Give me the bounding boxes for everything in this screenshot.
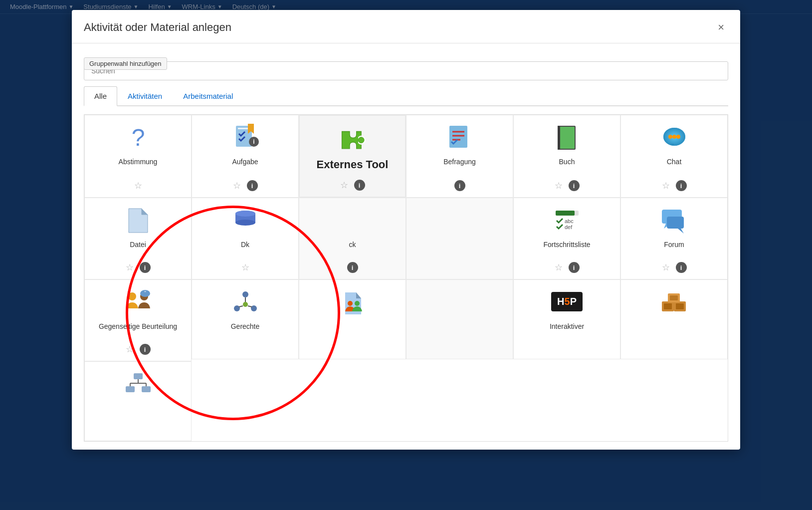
chat-label: Chat [667,157,682,175]
aufgabe-info[interactable]: i [247,180,258,191]
svg-rect-26 [556,211,575,216]
grid-item-h5p[interactable]: H5P Interaktiver [513,279,620,359]
buch-star[interactable]: ☆ [555,180,563,191]
aufgabe-icon: i [230,123,260,153]
svg-rect-51 [670,295,678,300]
datenbank-label: Dk [241,240,249,258]
tooltip-bubble: Gruppenwahl hinzufügen [84,57,167,70]
fortschrittsliste-actions: ☆ i [555,262,580,273]
svg-rect-53 [126,386,135,392]
grid-item-externes-tool[interactable]: Externes Tool ☆ i [299,115,406,198]
abstimmung-label: Abstimmung [119,157,158,175]
datenbank-actions: ☆ [241,262,249,273]
datei-label: Datei [130,240,146,258]
svg-rect-54 [142,386,151,392]
grid-item-paket[interactable] [620,279,728,359]
gegenseitige-label: Gegenseitige Beurteilung [99,322,177,340]
einfuehrung-icon [338,206,368,236]
abstimmung-actions: ☆ [134,180,142,191]
tab-alle[interactable]: Alle [84,86,117,106]
datenbank-icon [230,206,260,236]
svg-point-37 [242,291,248,297]
grid-item-gegenseitige[interactable]: " Gegenseitige Beurteilung ☆ i [84,279,192,361]
svg-point-39 [251,305,257,311]
chat-star[interactable]: ☆ [662,180,670,191]
modal-overlay: Aktivität oder Material anlegen × Gruppe… [0,0,812,510]
tab-aktivitaeten[interactable]: Aktivitäten [117,86,173,106]
svg-rect-52 [134,373,143,379]
svg-point-17 [668,135,672,139]
modal-header: Aktivität oder Material anlegen × [72,10,740,43]
grid-item-einfuehrung[interactable]: ck i [299,198,406,279]
activity-grid: ? Abstimmung ☆ [84,114,728,442]
svg-point-24 [235,211,255,217]
aufgabe-actions: ☆ i [233,180,258,191]
grid-item-hierarchie[interactable] [84,361,192,441]
forum-info[interactable]: i [676,262,687,273]
svg-point-45 [355,301,360,306]
h5p-label: Interaktiver [550,322,584,340]
abstimmung-star[interactable]: ☆ [134,180,142,191]
grid-item-befragung[interactable]: Befragung i [406,115,513,198]
einfuehrung-actions: i [347,262,358,273]
abstimmung-icon: ? [123,123,153,153]
tab-arbeitsmaterial[interactable]: Arbeitsmaterial [173,86,243,106]
fortschrittsliste-info[interactable]: i [569,262,580,273]
modal-title: Aktivität oder Material anlegen [84,21,231,34]
externes-tool-star[interactable]: ☆ [340,180,348,191]
buch-info[interactable]: i [569,180,580,191]
paket-icon [659,288,689,318]
svg-rect-31 [667,217,684,229]
gegenseitige-star[interactable]: ☆ [126,344,134,355]
einfuehrung-info[interactable]: i [347,262,358,273]
datenbank-star[interactable]: ☆ [241,262,249,273]
grid-item-forum[interactable]: Forum ☆ i [620,198,728,279]
svg-rect-13 [559,127,575,149]
svg-line-43 [248,306,252,307]
modal-close-button[interactable]: × [714,20,728,35]
grid-item-gruppenteilung[interactable] [299,279,406,359]
forum-star[interactable]: ☆ [662,262,670,273]
datei-star[interactable]: ☆ [126,262,134,273]
fortschrittsliste-label: Fortschrittsliste [543,240,590,258]
befragung-info[interactable]: i [454,180,465,191]
fortschrittsliste-star[interactable]: ☆ [555,262,563,273]
grid-item-datei[interactable]: Datei ☆ i [84,198,192,279]
svg-text:abc: abc [565,218,574,224]
datei-icon [123,206,153,236]
buch-actions: ☆ i [555,180,580,191]
svg-rect-49 [676,303,684,309]
gegenseitige-info[interactable]: i [140,344,151,355]
buch-label: Buch [559,157,575,175]
svg-line-42 [239,306,243,307]
gruppenteilung-icon [338,288,368,318]
grid-item-abstimmung[interactable]: ? Abstimmung ☆ [84,115,192,198]
svg-point-7 [358,137,364,143]
svg-rect-14 [558,126,560,150]
fortschrittsliste-icon: abc def [552,206,582,236]
grid-item-gerechte[interactable]: Gerechte [192,279,299,359]
aufgabe-star[interactable]: ☆ [233,180,241,191]
svg-rect-47 [664,303,672,309]
grid-item-chat[interactable]: Chat ☆ i [620,115,728,198]
grid-item-buch[interactable]: Buch ☆ i [513,115,620,198]
tab-bar: Alle Aktivitäten Arbeitsmaterial [84,86,728,106]
svg-text:": " [144,290,146,296]
svg-text:def: def [565,224,573,230]
svg-point-23 [235,220,255,226]
grid-item-empty2 [406,279,513,359]
grid-item-fortschrittsliste[interactable]: abc def Fortschrittsliste ☆ i [513,198,620,279]
search-input[interactable] [84,61,728,80]
gerechte-icon [230,288,260,318]
grid-item-datenbank[interactable]: Dk ☆ [192,198,299,279]
gerechte-label: Gerechte [231,322,260,340]
befragung-actions: i [454,180,465,191]
hierarchie-icon [123,370,153,400]
chat-info[interactable]: i [676,180,687,191]
externes-tool-info[interactable]: i [354,180,365,191]
h5p-icon: H5P [552,288,582,318]
svg-point-33 [128,292,136,300]
grid-item-aufgabe[interactable]: i Aufgabe ☆ i [192,115,299,198]
externes-tool-actions: ☆ i [340,180,365,191]
datei-info[interactable]: i [140,262,151,273]
